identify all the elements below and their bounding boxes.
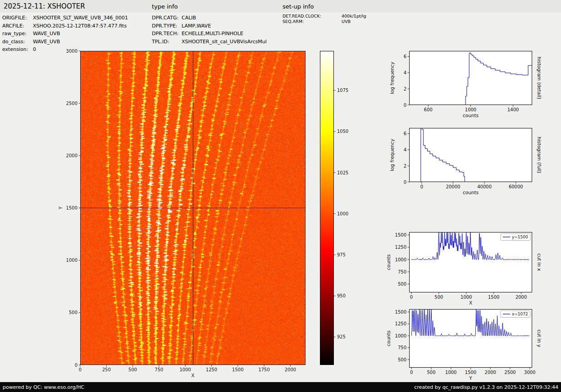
y-tick-label: 1500	[66, 205, 78, 210]
qc-report-page: 2025-12-11: XSHOOTER type info set-up in…	[0, 0, 561, 392]
x-axis-label: counts	[463, 190, 479, 195]
metadata-key: do_class:	[2, 38, 33, 46]
type-info-heading: type info	[152, 3, 178, 10]
detector_image-svg: 0250500750100012501500175020000500100015…	[80, 51, 306, 365]
legend-label: y=1500	[512, 235, 528, 239]
histogram_detail-svg: 600100014000246countslog frequencyhistog…	[409, 51, 532, 105]
histogram_full-svg: 02000040000600000246countslog frequencyh…	[409, 128, 532, 182]
metadata-key: SEQ.ARM:	[283, 19, 342, 24]
type-info-metadata: DPR.CATG:CALIBDPR.TYPE:LAMP,WAVEDPR.TECH…	[152, 14, 267, 46]
y-tick-label: 3000	[66, 49, 78, 54]
y-tick-label: 1250	[395, 245, 406, 250]
cut-in-x-plot: 0500100015002000500750100012501500Xcount…	[409, 232, 532, 292]
y-tick-label: 500	[69, 310, 78, 315]
cut_x-svg: 0500100015002000500750100012501500Xcount…	[409, 232, 532, 292]
metadata-key: ARCFILE:	[2, 22, 33, 30]
colorbar-tick-label: 1000	[337, 211, 348, 216]
footer-powered-by: powered by QC: www.eso.org/HC	[3, 384, 84, 390]
metadata-key: extension:	[2, 46, 33, 54]
footer-created-by: created by qc_rawdisp.py v1.2.3 on 2025-…	[414, 384, 558, 390]
x-tick-label: 0	[79, 367, 82, 372]
colorbar-tick-label: 1050	[337, 129, 348, 134]
x-tick-label: 1250	[206, 367, 217, 372]
x-tick-label: 600	[424, 107, 433, 112]
y-tick-label: 500	[398, 357, 406, 362]
x-tick-label: 3000	[524, 370, 535, 375]
x-tick-label: 2000	[285, 367, 296, 372]
x-tick-label: 1000	[461, 295, 472, 300]
colorbar-svg: 9259509751000102510501075	[320, 51, 334, 365]
x-tick-label: 1500	[488, 295, 499, 300]
footer-bar: powered by QC: www.eso.org/HC created by…	[0, 382, 561, 392]
metadata-value: XSHOOTER_SLT_WAVE_UVB_346_0001	[33, 15, 128, 21]
metadata-row: DPR.CATG:CALIB	[152, 14, 267, 22]
x-tick-label: 2500	[504, 370, 515, 375]
metadata-value: 400k/1pt/lg	[342, 14, 366, 18]
y-tick-label: 1000	[395, 257, 406, 262]
y-tick-label: 1500	[395, 232, 406, 237]
metadata-row: DPR.TECH:ECHELLE,MULTI-PINHOLE	[152, 30, 267, 38]
x-tick-label: 1000	[465, 107, 476, 112]
x-tick-label: 40000	[477, 184, 492, 189]
metadata-value: WAVE_UVB	[33, 39, 60, 45]
x-tick-label: 500	[427, 370, 435, 375]
metadata-value: LAMP,WAVE	[182, 23, 211, 29]
cut_y-svg: 0500100015002000250030005007501000125015…	[409, 309, 532, 368]
legend-label: x=1072	[512, 312, 528, 316]
metadata-value: 0	[33, 46, 36, 52]
y-axis-label: counts	[386, 254, 391, 270]
x-tick-label: 20000	[446, 184, 461, 189]
metadata-row: do_class:WAVE_UVB	[2, 38, 128, 46]
x-tick-label: 1500	[465, 370, 476, 375]
x-axis-label: counts	[463, 113, 479, 118]
colorbar-tick-label: 950	[337, 293, 346, 298]
x-axis-label: X	[191, 373, 194, 378]
right-side-label: cut in y	[537, 329, 542, 347]
y-tick-label: 1000	[66, 258, 78, 263]
metadata-row: DET.READ.CLOCK:400k/1pt/lg	[283, 14, 366, 19]
metadata-row: DPR.TYPE:LAMP,WAVE	[152, 22, 267, 30]
metadata-value: XSHOO.2025-12-12T08:47:57.477.fits	[33, 23, 127, 29]
metadata-key: DET.READ.CLOCK:	[283, 14, 342, 19]
y-tick-label: 1250	[395, 321, 406, 326]
x-tick-label: 0	[420, 184, 423, 189]
x-tick-label: 60000	[509, 184, 523, 189]
metadata-key: DPR.TYPE:	[152, 22, 182, 30]
right-side-label: histogram (full)	[537, 137, 542, 173]
colorbar-tick-label: 1075	[337, 88, 348, 93]
plot-background	[409, 51, 532, 105]
metadata-row: SEQ.ARM:UVB	[283, 19, 366, 24]
y-tick-label: 0	[75, 363, 78, 368]
metadata-key: ORIGFILE:	[2, 14, 33, 22]
y-axis-label: log frequency	[389, 139, 395, 171]
x-tick-label: 2000	[515, 295, 527, 300]
x-tick-label: 1000	[445, 370, 456, 375]
y-tick-label: 2	[404, 164, 406, 169]
histogram-detail-plot: 600100014000246countslog frequencyhistog…	[409, 51, 532, 105]
cut-in-y-plot: 0500100015002000250030005007501000125015…	[409, 309, 532, 368]
colorbar-outline	[320, 51, 334, 365]
y-tick-label: 750	[398, 345, 406, 350]
y-tick-label: 1500	[395, 310, 406, 315]
histogram-full-plot: 02000040000600000246countslog frequencyh…	[409, 128, 532, 182]
y-tick-label: 0	[404, 180, 406, 185]
colorbar: 9259509751000102510501075	[320, 51, 334, 365]
file-metadata: ORIGFILE:XSHOOTER_SLT_WAVE_UVB_346_0001A…	[2, 14, 128, 54]
header-bar: 2025-12-11: XSHOOTER type info set-up in…	[0, 0, 561, 13]
plot-background	[409, 128, 532, 182]
y-tick-label: 1000	[395, 333, 406, 338]
metadata-row: TPL.ID:XSHOOTER_slt_cal_UVBVisArcsMul	[152, 38, 267, 46]
metadata-value: UVB	[342, 19, 351, 24]
y-tick-label: 4	[404, 147, 406, 152]
y-axis-label: counts	[386, 330, 391, 346]
x-tick-label: 250	[102, 367, 111, 372]
y-tick-label: 6	[404, 131, 406, 136]
metadata-value: WAVE_UVB	[33, 31, 60, 36]
x-tick-label: 500	[434, 295, 443, 300]
x-axis-label: Y	[469, 375, 472, 381]
y-tick-label: 2	[404, 87, 406, 91]
x-tick-label: 0	[410, 295, 413, 300]
y-tick-label: 750	[398, 269, 406, 274]
metadata-key: TPL.ID:	[152, 38, 182, 46]
y-tick-label: 2500	[66, 101, 78, 106]
